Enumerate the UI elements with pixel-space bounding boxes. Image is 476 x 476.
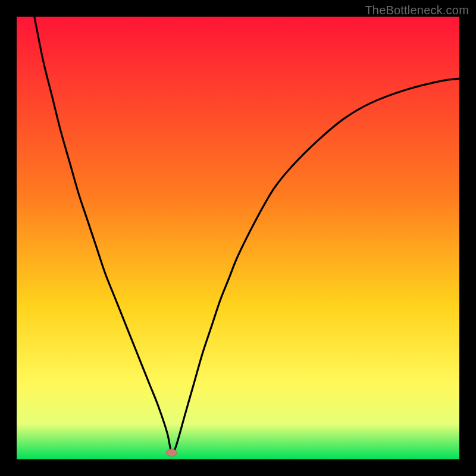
chart-frame: TheBottleneck.com bbox=[0, 0, 476, 476]
plot-background bbox=[17, 17, 459, 459]
bottleneck-chart bbox=[17, 17, 459, 459]
optimum-marker bbox=[166, 449, 177, 456]
watermark-text: TheBottleneck.com bbox=[365, 4, 469, 17]
